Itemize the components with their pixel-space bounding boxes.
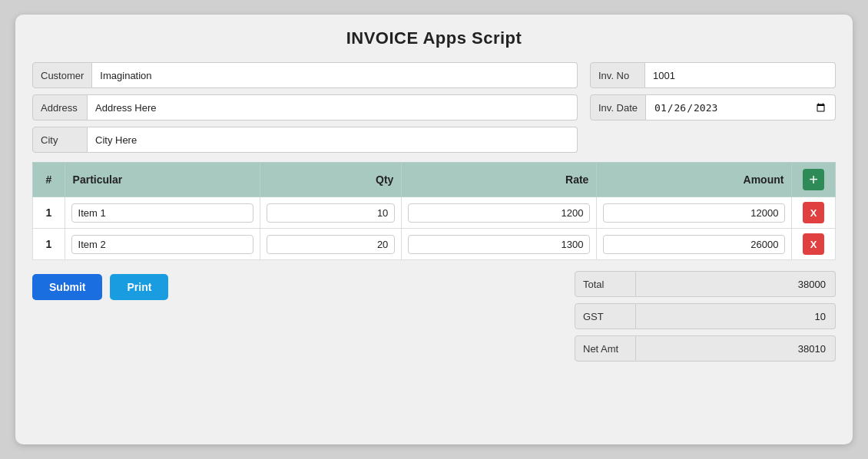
- col-header-qty: Qty: [260, 163, 402, 197]
- col-header-num: #: [33, 163, 65, 197]
- inv-no-label: Inv. No: [590, 62, 645, 88]
- row-qty-cell-1: [260, 229, 402, 260]
- net-amt-label: Net Amt: [575, 335, 636, 362]
- customer-input[interactable]: [92, 62, 578, 88]
- customer-row: Customer: [32, 62, 578, 88]
- row-qty-cell-0: [260, 197, 402, 229]
- submit-button[interactable]: Submit: [32, 274, 102, 300]
- row-amount-cell-1: [597, 229, 792, 260]
- net-amt-row: Net Amt 38010: [575, 335, 836, 362]
- action-buttons: Submit Print: [32, 271, 168, 300]
- city-label: City: [32, 127, 88, 153]
- row-amount-cell-0: [597, 197, 792, 229]
- top-section: Customer Address City Inv. No Inv. Date: [32, 62, 836, 153]
- col-header-particular: Particular: [65, 163, 260, 197]
- address-row: Address: [32, 94, 578, 121]
- address-label: Address: [32, 94, 88, 121]
- totals-section: Total 38000 GST 10 Net Amt 38010: [575, 271, 836, 362]
- row-rate-input-0[interactable]: [408, 203, 590, 223]
- bottom-section: Submit Print Total 38000 GST 10 Net Amt …: [32, 271, 836, 362]
- total-value: 38000: [636, 271, 836, 297]
- app-title: INVOICE Apps Script: [32, 28, 836, 48]
- table-header-row: # Particular Qty Rate Amount +: [33, 163, 836, 197]
- total-row: Total 38000: [575, 271, 836, 297]
- add-row-button[interactable]: +: [803, 169, 824, 190]
- row-qty-input-0[interactable]: [267, 203, 396, 223]
- address-input[interactable]: [88, 94, 578, 121]
- row-delete-cell-1: X: [792, 229, 836, 260]
- row-num-0: 1: [33, 197, 65, 229]
- col-header-add: +: [792, 163, 836, 197]
- delete-row-button-0[interactable]: X: [803, 202, 824, 223]
- inv-date-label: Inv. Date: [590, 94, 646, 121]
- inv-no-input[interactable]: [645, 62, 836, 88]
- inv-date-row: Inv. Date: [590, 94, 836, 121]
- col-header-amount: Amount: [597, 163, 792, 197]
- row-rate-input-1[interactable]: [408, 235, 590, 254]
- row-rate-cell-0: [402, 197, 597, 229]
- col-header-rate: Rate: [402, 163, 597, 197]
- table-row: 1 X: [33, 197, 836, 229]
- gst-row: GST 10: [575, 303, 836, 329]
- row-num-1: 1: [33, 229, 65, 260]
- app-container: INVOICE Apps Script Customer Address Cit…: [15, 15, 853, 444]
- city-input[interactable]: [88, 127, 578, 153]
- print-button[interactable]: Print: [110, 274, 168, 300]
- row-amount-input-1[interactable]: [603, 235, 785, 254]
- gst-label: GST: [575, 303, 636, 329]
- row-rate-cell-1: [402, 229, 597, 260]
- delete-row-button-1[interactable]: X: [803, 233, 824, 255]
- row-amount-input-0[interactable]: [603, 203, 785, 223]
- customer-label: Customer: [32, 62, 92, 88]
- row-particular-input-0[interactable]: [71, 203, 253, 223]
- left-fields: Customer Address City: [32, 62, 578, 153]
- inv-date-input[interactable]: [646, 94, 836, 121]
- net-amt-value: 38010: [636, 335, 836, 362]
- row-particular-cell-0: [65, 197, 260, 229]
- row-qty-input-1[interactable]: [267, 235, 396, 254]
- row-particular-input-1[interactable]: [71, 235, 253, 254]
- city-row: City: [32, 127, 578, 153]
- row-delete-cell-0: X: [792, 197, 836, 229]
- invoice-table: # Particular Qty Rate Amount + 1: [32, 162, 836, 260]
- row-particular-cell-1: [65, 229, 260, 260]
- gst-value: 10: [636, 303, 836, 329]
- inv-no-row: Inv. No: [590, 62, 836, 88]
- right-fields: Inv. No Inv. Date: [590, 62, 836, 153]
- total-label: Total: [575, 271, 636, 297]
- table-row: 1 X: [33, 229, 836, 260]
